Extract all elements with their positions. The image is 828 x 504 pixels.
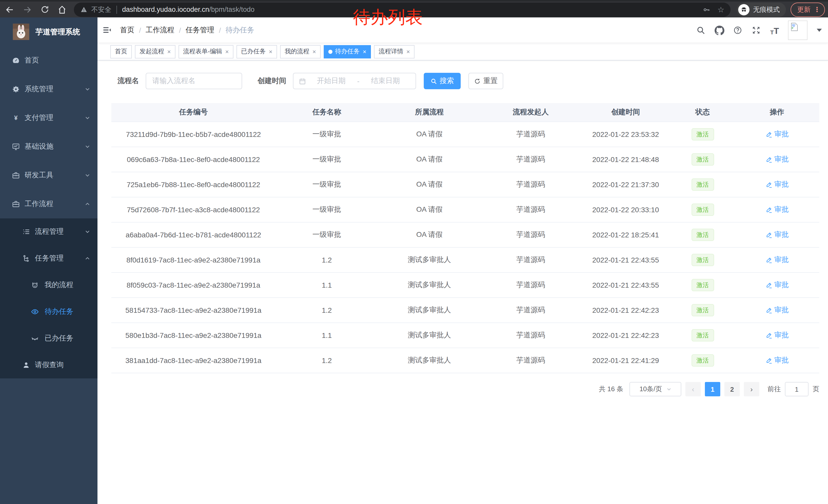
- sidebar-item-请假查询[interactable]: 请假查询: [0, 352, 97, 378]
- avatar[interactable]: [788, 20, 808, 40]
- tab-流程表单-编辑[interactable]: 流程表单-编辑×: [178, 45, 234, 58]
- approve-action-link[interactable]: 审批: [765, 255, 789, 264]
- header-search-icon[interactable]: [696, 25, 706, 35]
- approve-action-link[interactable]: 审批: [765, 230, 789, 239]
- hamburger-icon[interactable]: [97, 17, 116, 43]
- column-header-任务名称: 任务名称: [276, 108, 378, 117]
- sidebar-item-待办任务[interactable]: 待办任务: [0, 299, 97, 325]
- tab-首页[interactable]: 首页: [110, 45, 132, 58]
- page-button-2[interactable]: 2: [724, 382, 740, 396]
- task-name: 1.2: [276, 256, 378, 264]
- task-name: 一级审批: [276, 230, 378, 239]
- sidebar-item-我的流程[interactable]: 我的流程: [0, 272, 97, 299]
- not-secure-label[interactable]: 不安全: [91, 5, 111, 14]
- page-size-select[interactable]: 10条/页: [629, 382, 681, 396]
- process-name: 测试多审批人: [378, 280, 481, 290]
- process-starter: 芋道源码: [481, 306, 581, 315]
- refresh-icon: [474, 78, 481, 84]
- url-path[interactable]: /bpm/task/todo: [209, 6, 254, 13]
- breadcrumb-item[interactable]: 任务管理: [186, 26, 214, 35]
- approve-action-link[interactable]: 审批: [765, 280, 789, 289]
- chevron-down-icon: [85, 144, 90, 149]
- sidebar-item-label: 研发工具: [25, 171, 53, 180]
- breadcrumb-item[interactable]: 工作流程: [146, 26, 174, 35]
- help-icon[interactable]: [733, 25, 743, 35]
- approve-action-link[interactable]: 审批: [765, 205, 789, 214]
- close-icon[interactable]: ×: [312, 48, 316, 55]
- create-time-label: 创建时间: [257, 77, 286, 86]
- tab-待办任务[interactable]: 待办任务×: [324, 45, 371, 58]
- close-icon[interactable]: ×: [362, 48, 366, 55]
- close-icon[interactable]: ×: [225, 48, 229, 55]
- start-date-placeholder[interactable]: 开始日期: [306, 77, 356, 86]
- sidebar-item-工作流程[interactable]: 工作流程: [0, 190, 97, 218]
- goto-page-input[interactable]: 1: [785, 382, 809, 396]
- sidebar-item-已办任务[interactable]: 已办任务: [0, 325, 97, 352]
- tab-label: 首页: [115, 47, 127, 56]
- tab-我的流程[interactable]: 我的流程×: [280, 45, 321, 58]
- end-date-placeholder[interactable]: 结束日期: [361, 77, 410, 86]
- github-icon[interactable]: [714, 25, 724, 35]
- sidebar-item-研发工具[interactable]: 研发工具: [0, 161, 97, 190]
- approve-action-link[interactable]: 审批: [765, 180, 789, 189]
- create-time: 2022-01-21 22:42:23: [581, 331, 670, 339]
- url-host[interactable]: dashboard.yudao.iocoder.cn: [122, 6, 209, 13]
- avatar-caret-icon[interactable]: [817, 29, 822, 32]
- sidebar-item-基础设施[interactable]: 基础设施: [0, 132, 97, 161]
- tab-已办任务[interactable]: 已办任务×: [237, 45, 277, 58]
- sidebar-item-首页[interactable]: 首页: [0, 46, 97, 75]
- prev-page-button[interactable]: ‹: [686, 382, 701, 396]
- reset-button[interactable]: 重置: [468, 73, 503, 89]
- breadcrumb-item[interactable]: 首页: [120, 26, 134, 35]
- sidebar-item-支付管理[interactable]: ¥支付管理: [0, 103, 97, 132]
- create-time: 2022-01-22 18:25:41: [581, 231, 670, 239]
- task-name: 1.2: [276, 306, 378, 314]
- table-row: 73211d9d-7b9b-11ec-b5b7-acde48001122一级审批…: [111, 122, 819, 147]
- sidebar-item-label: 待办任务: [45, 307, 73, 316]
- sidebar-item-流程管理[interactable]: 流程管理: [0, 218, 97, 245]
- status-badge: 激活: [691, 128, 714, 140]
- column-header-创建时间: 创建时间: [581, 108, 670, 117]
- broken-image-icon: [790, 22, 799, 32]
- close-icon[interactable]: ×: [268, 48, 273, 55]
- close-icon[interactable]: ×: [167, 48, 171, 55]
- approve-label: 审批: [774, 356, 789, 365]
- approve-label: 审批: [774, 180, 789, 189]
- not-secure-warning-icon[interactable]: [80, 6, 88, 13]
- page-button-1[interactable]: 1: [705, 382, 720, 396]
- browser-menu-icon[interactable]: ⋮: [814, 6, 820, 12]
- tab-发起流程[interactable]: 发起流程×: [135, 45, 175, 58]
- top-navbar: 首页/工作流程/任务管理/待办任务 TT: [97, 17, 828, 43]
- password-key-icon[interactable]: [702, 5, 710, 13]
- browser-back-icon[interactable]: [5, 4, 15, 15]
- next-page-button[interactable]: ›: [744, 382, 759, 396]
- approve-action-link[interactable]: 审批: [765, 356, 789, 365]
- screen: 不安全 dashboard.yudao.iocoder.cn/bpm/task/…: [0, 0, 828, 504]
- chevron-up-icon: [85, 201, 90, 207]
- column-header-任务编号: 任务编号: [111, 108, 276, 117]
- browser-home-icon[interactable]: [57, 4, 67, 15]
- tab-流程详情[interactable]: 流程详情×: [374, 45, 415, 58]
- approve-action-link[interactable]: 审批: [765, 130, 789, 139]
- search-icon: [430, 78, 437, 84]
- bookmark-star-icon[interactable]: ☆: [717, 6, 724, 13]
- browser-forward-icon[interactable]: [22, 4, 32, 15]
- search-button[interactable]: 搜索: [424, 73, 461, 89]
- browser-reload-icon[interactable]: [40, 4, 50, 15]
- tags-view-bar: 首页发起流程×流程表单-编辑×已办任务×我的流程×待办任务×流程详情×: [97, 43, 828, 60]
- approve-action-link[interactable]: 审批: [765, 154, 789, 164]
- tab-label: 待办任务: [335, 47, 360, 56]
- sidebar-item-系统管理[interactable]: 系统管理: [0, 75, 97, 103]
- date-range-input[interactable]: 开始日期 - 结束日期: [293, 73, 416, 89]
- font-size-icon[interactable]: TT: [770, 25, 780, 35]
- task-id: 381aa1dd-7ac8-11ec-a9e2-a2380e71991a: [111, 356, 276, 365]
- process-name-input[interactable]: 请输入流程名: [146, 73, 242, 89]
- approve-action-link[interactable]: 审批: [765, 330, 789, 340]
- browser-update-button[interactable]: 更新 ⋮: [791, 2, 825, 17]
- close-icon[interactable]: ×: [406, 48, 410, 55]
- approve-action-link[interactable]: 审批: [765, 305, 789, 315]
- app-logo-row[interactable]: 芋道管理系统: [0, 17, 97, 46]
- sidebar-item-任务管理[interactable]: 任务管理: [0, 245, 97, 272]
- fullscreen-icon[interactable]: [751, 25, 761, 35]
- process-name: 测试多审批人: [378, 255, 481, 265]
